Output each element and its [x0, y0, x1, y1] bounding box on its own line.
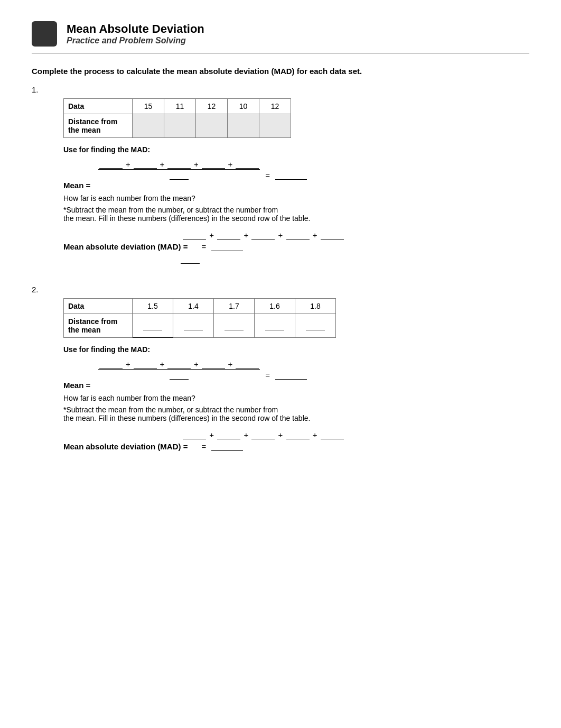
problem-2: 2. Data 1.5 1.4 1.7 1.6 1.8 Distance fro…	[32, 285, 529, 451]
header-text: Mean Absolute Deviation Practice and Pro…	[67, 22, 204, 45]
mad-b5-2[interactable]	[321, 430, 344, 439]
mad-answer-1[interactable]	[211, 242, 243, 251]
mad-b4[interactable]	[286, 230, 310, 239]
mad-b3[interactable]	[251, 230, 275, 239]
fraction-numerator-2: + + + +	[98, 359, 260, 380]
blank-n5-2[interactable]	[236, 359, 259, 368]
mad-formula-row-1: + + + +	[63, 230, 529, 239]
howfar-note-1: *Subtract the mean from the number, or s…	[63, 206, 529, 223]
mean-answer-2[interactable]	[275, 370, 307, 380]
blank-n1[interactable]	[99, 159, 123, 169]
blank-den-2[interactable]	[170, 370, 189, 380]
mad-b2-2[interactable]	[217, 430, 240, 439]
mad-label-1: Mean absolute deviation (MAD) =	[63, 242, 188, 251]
howfar-text-2: How far is each number from the mean?	[63, 394, 529, 402]
dist-cell-4[interactable]	[228, 114, 259, 138]
distance-label-2: Distance fromthe mean	[64, 314, 133, 338]
dist-cell-3[interactable]	[196, 114, 228, 138]
blank-n3[interactable]	[167, 159, 191, 169]
blank-n5[interactable]	[236, 159, 259, 169]
dist-cell-2-2[interactable]	[173, 314, 214, 338]
mad-answer-2[interactable]	[211, 441, 243, 451]
problem-2-table: Data 1.5 1.4 1.7 1.6 1.8 Distance fromth…	[63, 298, 336, 338]
formula-row-2: + + + + =	[63, 359, 529, 380]
dist-cell-2[interactable]	[164, 114, 196, 138]
data-val-4-2: 1.6	[255, 299, 295, 314]
problem-2-number: 2.	[32, 285, 529, 294]
blank-n4[interactable]	[202, 159, 225, 169]
blank-n2-2[interactable]	[134, 359, 157, 368]
problem-1: 1. Data 15 11 12 10 12 Distance fromthe …	[32, 85, 529, 264]
howfar-text-1: How far is each number from the mean?	[63, 194, 529, 202]
mean-answer-1[interactable]	[275, 170, 307, 180]
dist-cell-1[interactable]	[133, 114, 164, 138]
mean-line-2: Mean =	[63, 381, 529, 390]
mad-line-1: Mean absolute deviation (MAD) = =	[63, 242, 529, 251]
mad-section-2: + + + + Mean absolute deviation (MAD) = …	[63, 430, 529, 451]
data-val-3-2: 1.7	[214, 299, 255, 314]
blank-den[interactable]	[170, 170, 189, 180]
dist-cell-5-2[interactable]	[295, 314, 336, 338]
blank-n3-2[interactable]	[167, 359, 191, 368]
formula-row-1: + + + + =	[63, 159, 529, 180]
blank-n1-2[interactable]	[99, 359, 123, 368]
howfar-note-2: *Subtract the mean from the number, or s…	[63, 406, 529, 422]
mean-line-1: Mean =	[63, 181, 529, 190]
problem-1-number: 1.	[32, 85, 529, 94]
mean-label-1: Mean =	[63, 181, 90, 190]
dist-cell-5[interactable]	[259, 114, 291, 138]
data-val-2: 11	[164, 99, 196, 114]
table-row: Data 15 11 12 10 12	[64, 99, 291, 114]
data-val-5: 12	[259, 99, 291, 114]
instruction-text: Complete the process to calculate the me…	[32, 67, 529, 76]
mean-label-2: Mean =	[63, 381, 90, 390]
dist-cell-3-2[interactable]	[214, 314, 255, 338]
table-row: Distance fromthe mean	[64, 314, 336, 338]
mad-b1-2[interactable]	[183, 430, 206, 439]
mad-b3-2[interactable]	[251, 430, 275, 439]
mad-b2[interactable]	[217, 230, 240, 239]
mad-den-row-1	[180, 254, 529, 264]
data-label: Data	[64, 99, 133, 114]
header-icon	[32, 21, 57, 47]
mad-b4-2[interactable]	[286, 430, 310, 439]
mad-label-2: Mean absolute deviation (MAD) =	[63, 442, 188, 451]
mean-section-2: + + + + = Mean =	[63, 359, 529, 390]
page-header: Mean Absolute Deviation Practice and Pro…	[32, 21, 529, 54]
data-val-1-2: 1.5	[133, 299, 173, 314]
mad-section-1: + + + + Mean absolute deviation (MAD) = …	[63, 230, 529, 264]
use-label-1: Use for finding the MAD:	[63, 145, 529, 154]
mad-line-2: Mean absolute deviation (MAD) = =	[63, 441, 529, 451]
mad-b5[interactable]	[321, 230, 344, 239]
fraction-numerator: + + + +	[98, 159, 260, 180]
mad-b1[interactable]	[183, 230, 206, 239]
table-row: Distance fromthe mean	[64, 114, 291, 138]
data-val-1: 15	[133, 99, 164, 114]
use-label-2: Use for finding the MAD:	[63, 345, 529, 354]
data-val-5-2: 1.8	[295, 299, 336, 314]
mean-section-1: + + + + = Mean =	[63, 159, 529, 190]
page-title: Mean Absolute Deviation	[67, 22, 204, 36]
blank-n4-2[interactable]	[202, 359, 225, 368]
page-subtitle: Practice and Problem Solving	[67, 36, 204, 45]
blank-n2[interactable]	[134, 159, 157, 169]
dist-cell-4-2[interactable]	[255, 314, 295, 338]
problem-1-table: Data 15 11 12 10 12 Distance fromthe mea…	[63, 98, 291, 138]
data-val-3: 12	[196, 99, 228, 114]
distance-label: Distance fromthe mean	[64, 114, 133, 138]
mad-formula-row-2: + + + +	[63, 430, 529, 439]
data-label-2: Data	[64, 299, 133, 314]
table-row: Data 1.5 1.4 1.7 1.6 1.8	[64, 299, 336, 314]
data-val-2-2: 1.4	[173, 299, 214, 314]
mad-den-1[interactable]	[181, 254, 200, 264]
dist-cell-1-2[interactable]	[133, 314, 173, 338]
data-val-4: 10	[228, 99, 259, 114]
